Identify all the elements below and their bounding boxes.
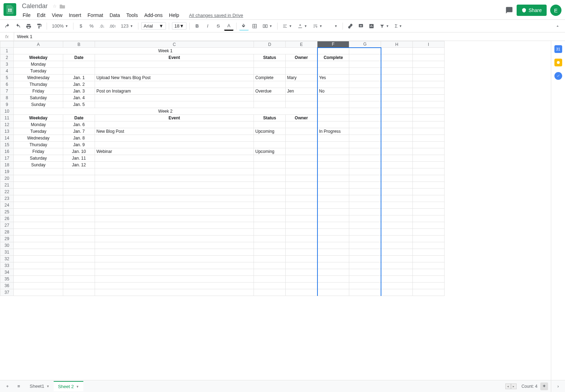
cell[interactable] <box>254 155 286 162</box>
column-header[interactable]: C <box>95 41 254 48</box>
cell[interactable] <box>286 142 317 148</box>
fill-color-button[interactable] <box>239 22 249 31</box>
cell[interactable]: Tuesday <box>14 68 63 75</box>
cell[interactable]: Jan. 2 <box>63 81 95 88</box>
cell[interactable] <box>254 61 286 68</box>
row-header[interactable]: 28 <box>0 229 14 236</box>
cell[interactable]: Week 1 <box>14 48 317 54</box>
row-header[interactable]: 4 <box>0 68 14 75</box>
row-header[interactable]: 32 <box>0 256 14 262</box>
cell[interactable] <box>286 195 317 202</box>
cell[interactable] <box>63 242 95 249</box>
strikethrough-button[interactable]: S <box>214 22 223 31</box>
row-header[interactable]: 18 <box>0 162 14 168</box>
cell[interactable]: Jan. 7 <box>63 128 95 135</box>
move-folder-icon[interactable] <box>60 4 65 9</box>
cell[interactable] <box>317 283 349 289</box>
insert-link-button[interactable] <box>346 22 355 31</box>
cell[interactable] <box>413 215 445 222</box>
cell[interactable] <box>317 229 349 236</box>
cell[interactable] <box>254 276 286 283</box>
font-select[interactable]: Arial▼ <box>141 22 166 30</box>
cell[interactable]: Complete <box>317 54 349 61</box>
row-header[interactable]: 27 <box>0 222 14 229</box>
cell[interactable] <box>317 81 349 88</box>
font-size-select[interactable]: 18▼ <box>172 22 186 30</box>
cell[interactable] <box>413 48 445 54</box>
cell[interactable] <box>381 115 413 121</box>
cell[interactable] <box>63 269 95 276</box>
cell[interactable] <box>381 209 413 215</box>
cell[interactable] <box>349 209 381 215</box>
menu-data[interactable]: Data <box>107 11 123 19</box>
cell[interactable] <box>254 249 286 256</box>
cell[interactable] <box>286 269 317 276</box>
menu-edit[interactable]: Edit <box>34 11 48 19</box>
cell[interactable]: Jan. 8 <box>63 135 95 142</box>
row-header[interactable]: 31 <box>0 249 14 256</box>
cell[interactable] <box>95 135 254 142</box>
cell[interactable] <box>413 195 445 202</box>
cell[interactable] <box>413 209 445 215</box>
cell[interactable] <box>349 236 381 242</box>
cell[interactable] <box>254 242 286 249</box>
cell[interactable] <box>317 61 349 68</box>
cell[interactable]: Yes <box>317 75 349 81</box>
cell[interactable]: Thursday <box>14 142 63 148</box>
cell[interactable] <box>381 242 413 249</box>
sheets-logo[interactable] <box>4 3 16 16</box>
currency-button[interactable]: $ <box>76 22 85 31</box>
row-header[interactable]: 5 <box>0 75 14 81</box>
cell[interactable] <box>63 175 95 182</box>
increase-decimal-button[interactable]: .00↑ <box>108 22 117 31</box>
text-color-button[interactable]: A <box>224 22 233 31</box>
cell[interactable] <box>413 54 445 61</box>
row-header[interactable]: 11 <box>0 115 14 121</box>
cell[interactable] <box>63 168 95 175</box>
cell[interactable] <box>63 222 95 229</box>
cell[interactable] <box>349 54 381 61</box>
menu-tools[interactable]: Tools <box>124 11 141 19</box>
halign-button[interactable]: ▼ <box>280 24 294 29</box>
cell[interactable] <box>349 168 381 175</box>
cell[interactable] <box>95 121 254 128</box>
cell[interactable] <box>349 242 381 249</box>
cell[interactable]: Jan. 1 <box>63 75 95 81</box>
cell[interactable] <box>349 262 381 269</box>
cell[interactable] <box>317 108 349 115</box>
cell[interactable] <box>286 289 317 296</box>
cell[interactable] <box>286 229 317 236</box>
cell[interactable] <box>381 236 413 242</box>
cell[interactable] <box>413 135 445 142</box>
cell[interactable] <box>317 68 349 75</box>
cell[interactable] <box>14 195 63 202</box>
cell[interactable] <box>14 236 63 242</box>
cell[interactable] <box>381 182 413 189</box>
cell[interactable]: Jan. 4 <box>63 95 95 101</box>
cell[interactable] <box>381 148 413 155</box>
cell[interactable] <box>286 175 317 182</box>
cell[interactable] <box>381 95 413 101</box>
cell[interactable]: Friday <box>14 148 63 155</box>
cell[interactable] <box>286 215 317 222</box>
cell[interactable] <box>254 182 286 189</box>
percent-button[interactable]: % <box>87 22 96 31</box>
cell[interactable] <box>413 276 445 283</box>
row-header[interactable]: 8 <box>0 95 14 101</box>
cell[interactable] <box>381 283 413 289</box>
cell[interactable] <box>381 108 413 115</box>
row-header[interactable]: 17 <box>0 155 14 162</box>
cell[interactable]: Friday <box>14 88 63 95</box>
cell[interactable] <box>286 182 317 189</box>
cell[interactable] <box>381 222 413 229</box>
cell[interactable] <box>254 68 286 75</box>
cell[interactable] <box>286 236 317 242</box>
cell[interactable] <box>14 249 63 256</box>
cell[interactable] <box>349 229 381 236</box>
cell[interactable] <box>95 202 254 209</box>
cell[interactable] <box>14 175 63 182</box>
cell[interactable]: Tuesday <box>14 128 63 135</box>
cell[interactable] <box>286 276 317 283</box>
cell[interactable]: Sunday <box>14 101 63 108</box>
row-header[interactable]: 30 <box>0 242 14 249</box>
